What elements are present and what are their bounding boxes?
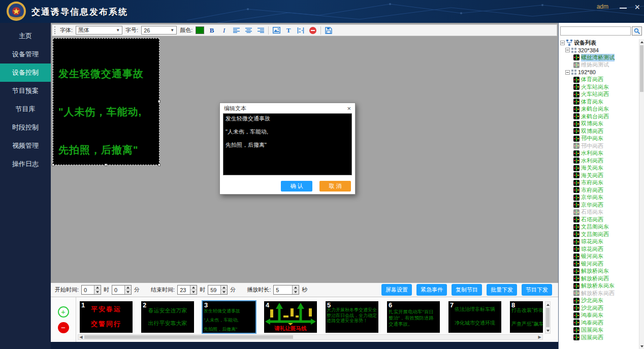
- device-node[interactable]: 银河岗西: [573, 260, 639, 268]
- device-node[interactable]: 鸿泰岗东: [573, 312, 639, 320]
- start-hour-stepper[interactable]: 0: [81, 285, 101, 295]
- sidebar-item[interactable]: 时段控制: [0, 118, 51, 137]
- align-right-button[interactable]: [256, 26, 265, 35]
- italic-button[interactable]: I: [219, 26, 229, 35]
- device-node[interactable]: 琼花岗西: [573, 245, 639, 253]
- collapse-icon[interactable]: [560, 41, 565, 45]
- sidebar-item[interactable]: 主页: [0, 27, 51, 45]
- end-minute-stepper[interactable]: 59: [208, 285, 228, 295]
- spinner-arrows[interactable]: [220, 285, 227, 294]
- align-center-button[interactable]: [244, 26, 253, 35]
- dialog-close-icon[interactable]: ×: [347, 105, 351, 112]
- device-node[interactable]: 解放桥岗西: [573, 275, 639, 282]
- device-node[interactable]: 国展岗东: [573, 327, 639, 334]
- program-thumbnail[interactable]: 4: [264, 301, 317, 333]
- device-node[interactable]: 文昌阁岗西: [573, 231, 639, 238]
- sidebar-item[interactable]: 节目预案: [0, 82, 51, 100]
- program-thumbnail[interactable]: 1: [80, 301, 133, 333]
- tree-root[interactable]: 设备列表: [560, 39, 639, 47]
- device-node[interactable]: 沙北岗东: [573, 297, 639, 305]
- led-preview-panel[interactable]: 发生轻微交通事故 "人未伤，车能动, 先拍照，后撤离": [53, 38, 159, 165]
- device-node[interactable]: 沙北岗西: [573, 304, 639, 312]
- text-editor[interactable]: 发生轻微交通事故 "人未伤，车能动, 先拍照，后撤离": [223, 113, 352, 175]
- device-node[interactable]: 海关岗西: [573, 172, 639, 179]
- program-thumbnail[interactable]: 2: [141, 301, 194, 333]
- program-thumbnail[interactable]: 3: [203, 301, 255, 333]
- device-node[interactable]: 国展岗西: [573, 334, 639, 341]
- device-node[interactable]: 螺丝湾桥测试: [573, 54, 639, 61]
- device-node[interactable]: 市府岗东: [573, 179, 639, 187]
- close-icon[interactable]: ×: [634, 2, 640, 13]
- user-name[interactable]: adm: [597, 3, 608, 10]
- action-button[interactable]: 复制节目: [452, 284, 482, 296]
- confirm-button[interactable]: 确 认: [281, 181, 312, 192]
- device-node[interactable]: 解放桥岗东: [573, 268, 639, 275]
- scroll-down-icon[interactable]: [546, 328, 550, 333]
- device-node[interactable]: 文昌阁岗东: [573, 224, 639, 231]
- device-node[interactable]: 石塔岗东: [573, 209, 639, 216]
- sidebar-item[interactable]: 视频管理: [0, 137, 51, 155]
- scrollbar-thumb[interactable]: [84, 335, 293, 339]
- action-button[interactable]: 紧急事件: [416, 284, 447, 296]
- device-node[interactable]: 火车站岗东: [573, 83, 639, 91]
- duration-stepper[interactable]: 5: [273, 285, 299, 295]
- action-button[interactable]: 节目下发: [522, 284, 552, 296]
- scrollbar-thumb[interactable]: [546, 308, 550, 327]
- scrollbar-thumb[interactable]: [640, 45, 643, 92]
- device-node[interactable]: 维扬岗测试: [573, 61, 639, 69]
- device-node[interactable]: 石塔岗西: [573, 216, 639, 224]
- tree-scrollbar[interactable]: [639, 39, 644, 349]
- program-thumbnail[interactable]: 5: [326, 301, 378, 333]
- remove-program-button[interactable]: −: [58, 322, 69, 333]
- device-node[interactable]: 海关岗东: [573, 165, 639, 172]
- tree-group[interactable]: 192*80: [565, 69, 639, 76]
- device-node[interactable]: 市府岗西: [573, 186, 639, 194]
- scroll-right-icon[interactable]: ▶: [537, 335, 542, 339]
- device-node[interactable]: 水利岗东: [573, 150, 639, 157]
- action-button[interactable]: 屏幕设置: [381, 284, 412, 296]
- sidebar-item[interactable]: 操作日志: [0, 155, 51, 173]
- layout-button[interactable]: [296, 26, 305, 35]
- resize-handle[interactable]: [158, 164, 160, 166]
- spinner-arrows[interactable]: [94, 285, 101, 294]
- device-node[interactable]: 琼花岗东: [573, 238, 639, 246]
- sidebar-item[interactable]: 设备控制: [0, 64, 51, 82]
- scroll-up-icon[interactable]: [639, 39, 644, 45]
- horizontal-scrollbar[interactable]: ◀ ▶: [78, 334, 543, 340]
- search-button[interactable]: [632, 26, 642, 36]
- device-node[interactable]: 银河岗东: [573, 253, 639, 261]
- device-node[interactable]: 体育岗西: [573, 76, 639, 84]
- collapse-icon[interactable]: [565, 70, 570, 75]
- stop-button[interactable]: [308, 26, 317, 35]
- device-node[interactable]: 邗中岗西: [573, 142, 639, 150]
- dialog-titlebar[interactable]: 编辑文本 ×: [220, 103, 355, 113]
- scroll-down-icon[interactable]: [639, 343, 644, 349]
- resize-handle[interactable]: [52, 164, 54, 166]
- collapse-icon[interactable]: [565, 48, 570, 52]
- font-size-select[interactable]: 26▼: [141, 26, 177, 35]
- end-hour-stepper[interactable]: 23: [177, 285, 197, 295]
- scroll-left-icon[interactable]: ◀: [78, 335, 84, 339]
- resize-handle[interactable]: [158, 100, 160, 103]
- add-program-button[interactable]: +: [58, 306, 69, 318]
- device-node[interactable]: 邗中岗东: [573, 135, 639, 143]
- save-button[interactable]: [324, 26, 333, 35]
- align-left-button[interactable]: [232, 26, 241, 35]
- font-select[interactable]: 黑体▼: [76, 26, 122, 35]
- device-node[interactable]: 鸿泰岗西: [573, 319, 639, 327]
- spinner-arrows[interactable]: [292, 285, 299, 294]
- vertical-scrollbar[interactable]: [545, 301, 551, 334]
- program-thumbnail[interactable]: 8: [510, 301, 543, 333]
- spinner-arrows[interactable]: [190, 285, 197, 294]
- device-node[interactable]: 体育岗东: [573, 98, 639, 106]
- device-node[interactable]: 解放桥东岗西: [573, 290, 639, 297]
- search-input[interactable]: [560, 26, 631, 36]
- scroll-up-icon[interactable]: [546, 302, 550, 307]
- sidebar-item[interactable]: 设备管理: [0, 45, 51, 64]
- spinner-arrows[interactable]: [124, 285, 131, 294]
- device-node[interactable]: 双博岗西: [573, 128, 639, 135]
- device-node[interactable]: 解放桥东岗东: [573, 282, 639, 290]
- color-swatch[interactable]: [196, 26, 204, 34]
- minimize-icon[interactable]: [620, 8, 627, 9]
- device-node[interactable]: 来鹤台岗东: [573, 106, 639, 113]
